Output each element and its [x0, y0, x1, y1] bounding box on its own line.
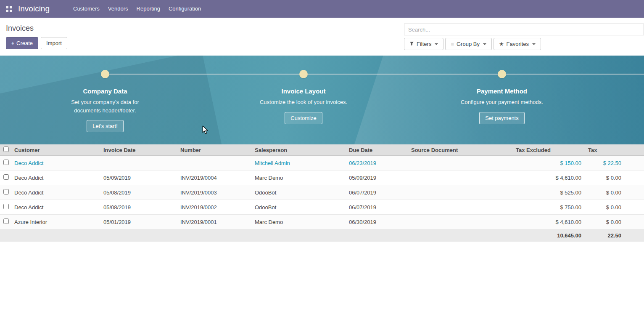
- column-header-salesperson[interactable]: Salesperson: [251, 144, 346, 156]
- create-button-label: Create: [16, 40, 33, 46]
- column-header-source-document[interactable]: Source Document: [408, 144, 512, 156]
- table-row[interactable]: Azure Interior 05/01/2019 INV/2019/0001 …: [0, 215, 644, 229]
- cell-salesperson: Marc Demo: [251, 170, 346, 185]
- search-input[interactable]: [404, 24, 644, 35]
- column-header-due-date[interactable]: Due Date: [346, 144, 408, 156]
- cell-number: [177, 156, 251, 170]
- table-row[interactable]: Deco Addict Mitchell Admin 06/23/2019 $ …: [0, 156, 644, 170]
- cell-number: INV/2019/0001: [177, 215, 251, 229]
- favorites-button-label: Favorites: [507, 41, 529, 47]
- lets-start-button[interactable]: Let's start!: [87, 120, 124, 132]
- cell-customer: Deco Addict: [11, 185, 100, 200]
- navbar-menu: Customers Vendors Reporting Configuratio…: [69, 0, 205, 18]
- column-header-customer[interactable]: Customer: [11, 144, 100, 156]
- step-description: Customize the look of your invoices.: [259, 98, 348, 107]
- table-row[interactable]: Deco Addict 05/09/2019 INV/2019/0004 Mar…: [0, 170, 644, 185]
- cell-invoice-date: 05/09/2019: [100, 170, 177, 185]
- cell-salesperson: OdooBot: [251, 200, 346, 215]
- filter-funnel-icon: [409, 41, 414, 47]
- app-title[interactable]: Invoicing: [18, 4, 50, 13]
- row-checkbox[interactable]: [3, 160, 9, 165]
- group-by-button[interactable]: ≡ Group By: [445, 38, 492, 50]
- cell-due-date: 06/30/2019: [346, 215, 408, 229]
- row-checkbox[interactable]: [3, 218, 9, 224]
- table-row[interactable]: Deco Addict 05/08/2019 INV/2019/0002 Odo…: [0, 200, 644, 215]
- step-dot-icon: [299, 70, 308, 78]
- menu-item-vendors[interactable]: Vendors: [104, 0, 132, 18]
- page-title: Invoices: [6, 24, 67, 33]
- chevron-down-icon: [435, 43, 438, 45]
- cell-tax: $ 0.00: [585, 215, 644, 229]
- cell-due-date: 05/09/2019: [346, 170, 408, 185]
- cell-source-document: [408, 156, 512, 170]
- invoice-list-table: Customer Invoice Date Number Salesperson…: [0, 144, 644, 242]
- cell-tax-excluded: $ 4,610.00: [512, 215, 585, 229]
- cell-tax-excluded: $ 4,610.00: [512, 170, 585, 185]
- control-panel: Invoices +Create Import Filters ≡ Group …: [0, 18, 644, 56]
- cell-number: INV/2019/0003: [177, 185, 251, 200]
- select-all-checkbox[interactable]: [3, 147, 9, 152]
- favorites-button[interactable]: ★ Favorites: [494, 38, 541, 50]
- menu-item-configuration[interactable]: Configuration: [164, 0, 205, 18]
- cell-tax: $ 22.50: [585, 156, 644, 170]
- table-row[interactable]: Deco Addict 05/08/2019 INV/2019/0003 Odo…: [0, 185, 644, 200]
- cell-salesperson: OdooBot: [251, 185, 346, 200]
- step-title: Invoice Layout: [245, 88, 362, 95]
- onboarding-step-invoice-layout: Invoice Layout Customize the look of you…: [245, 70, 362, 124]
- column-header-tax[interactable]: Tax: [585, 144, 644, 156]
- onboarding-progress-line: [105, 74, 644, 75]
- list-lines-icon: ≡: [451, 41, 454, 47]
- step-description: Set your company's data for documents he…: [61, 98, 149, 115]
- onboarding-banner: Company Data Set your company's data for…: [0, 56, 644, 144]
- plus-icon: +: [11, 40, 14, 46]
- total-tax-excluded: 10,645.00: [512, 229, 585, 242]
- cell-tax-excluded: $ 150.00: [512, 156, 585, 170]
- set-payments-button[interactable]: Set payments: [479, 112, 525, 124]
- filters-button-label: Filters: [417, 41, 431, 47]
- cell-customer: Deco Addict: [11, 200, 100, 215]
- column-header-invoice-date[interactable]: Invoice Date: [100, 144, 177, 156]
- filters-button[interactable]: Filters: [404, 38, 443, 50]
- onboarding-step-company-data: Company Data Set your company's data for…: [46, 70, 164, 132]
- customize-button[interactable]: Customize: [285, 112, 322, 124]
- cell-number: INV/2019/0002: [177, 200, 251, 215]
- cell-invoice-date: [100, 156, 177, 170]
- row-checkbox[interactable]: [3, 189, 9, 194]
- total-tax: 22.50: [585, 229, 644, 242]
- cell-source-document: [408, 170, 512, 185]
- step-dot-icon: [101, 70, 109, 78]
- create-button[interactable]: +Create: [6, 37, 38, 49]
- row-checkbox[interactable]: [3, 174, 9, 180]
- cell-invoice-date: 05/08/2019: [100, 185, 177, 200]
- star-icon: ★: [499, 41, 504, 47]
- cell-tax-excluded: $ 750.00: [512, 200, 585, 215]
- cell-tax: $ 0.00: [585, 170, 644, 185]
- cell-tax-excluded: $ 525.00: [512, 185, 585, 200]
- column-header-number[interactable]: Number: [177, 144, 251, 156]
- cell-due-date: 06/07/2019: [346, 185, 408, 200]
- cell-invoice-date: 05/01/2019: [100, 215, 177, 229]
- cell-salesperson: Marc Demo: [251, 215, 346, 229]
- cell-customer: Deco Addict: [11, 170, 100, 185]
- table-header-row: Customer Invoice Date Number Salesperson…: [0, 144, 644, 156]
- top-navbar: Invoicing Customers Vendors Reporting Co…: [0, 0, 644, 18]
- menu-item-reporting[interactable]: Reporting: [132, 0, 164, 18]
- cell-salesperson: Mitchell Admin: [251, 156, 346, 170]
- cell-customer: Deco Addict: [11, 156, 100, 170]
- import-button[interactable]: Import: [41, 37, 67, 49]
- step-dot-icon: [498, 70, 506, 78]
- cell-source-document: [408, 185, 512, 200]
- cell-tax: $ 0.00: [585, 200, 644, 215]
- cell-invoice-date: 05/08/2019: [100, 200, 177, 215]
- table-totals-row: 10,645.00 22.50: [0, 229, 644, 242]
- row-checkbox[interactable]: [3, 204, 9, 209]
- chevron-down-icon: [532, 43, 536, 45]
- cell-due-date: 06/23/2019: [346, 156, 408, 170]
- apps-grid-icon[interactable]: [6, 6, 12, 12]
- search-options: Filters ≡ Group By ★ Favorites: [404, 38, 644, 50]
- cell-source-document: [408, 215, 512, 229]
- menu-item-customers[interactable]: Customers: [69, 0, 104, 18]
- step-title: Company Data: [46, 88, 164, 95]
- column-header-tax-excluded[interactable]: Tax Excluded: [512, 144, 585, 156]
- cell-source-document: [408, 200, 512, 215]
